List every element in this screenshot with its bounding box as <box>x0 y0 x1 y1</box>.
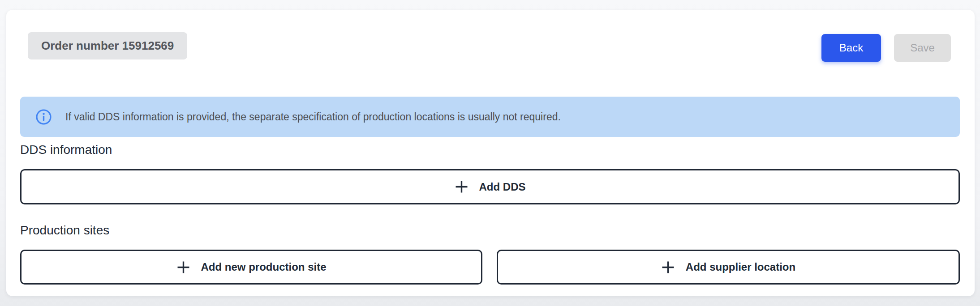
plus-icon <box>455 180 469 194</box>
info-icon <box>35 109 52 125</box>
production-sites-heading: Production sites <box>20 223 109 238</box>
info-banner-text: If valid DDS information is provided, th… <box>65 111 561 123</box>
order-detail-card: Order number 15912569 Back Save If valid… <box>6 10 975 296</box>
dds-section-heading: DDS information <box>20 142 112 157</box>
add-supplier-location-button[interactable]: Add supplier location <box>497 250 960 285</box>
plus-icon <box>176 260 190 274</box>
back-button[interactable]: Back <box>821 34 881 62</box>
order-number-chip: Order number 15912569 <box>28 32 187 60</box>
add-production-site-button[interactable]: Add new production site <box>20 250 482 285</box>
add-production-site-label: Add new production site <box>201 261 327 273</box>
info-banner: If valid DDS information is provided, th… <box>20 97 960 137</box>
plus-icon <box>661 260 675 274</box>
save-button: Save <box>894 34 951 62</box>
add-dds-label: Add DDS <box>479 181 526 193</box>
add-supplier-location-label: Add supplier location <box>686 261 795 273</box>
add-dds-button[interactable]: Add DDS <box>20 169 960 204</box>
